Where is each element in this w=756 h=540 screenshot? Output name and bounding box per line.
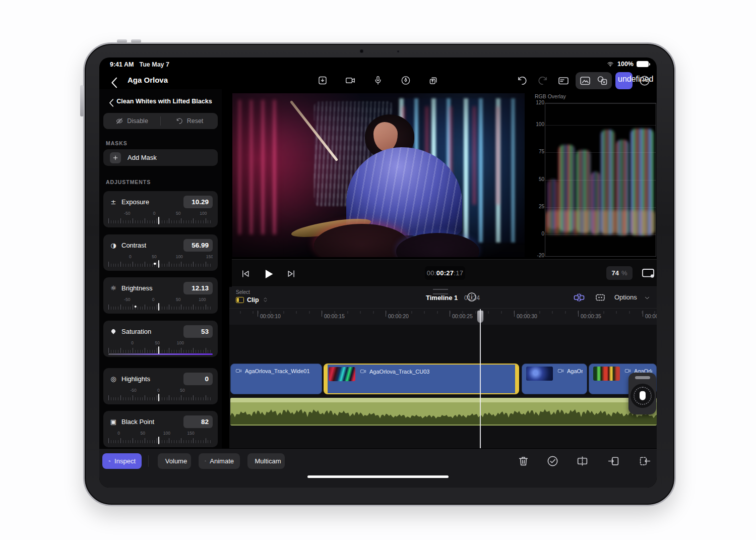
audio-track[interactable] [230,398,657,426]
playhead[interactable] [480,309,481,448]
scope-axis-label: 25 [533,204,544,209]
clip-name: AgaOrlova_Track_CU03 [369,369,429,375]
adjustment-label: Highlights [121,375,183,383]
adjustment-value[interactable]: 0 [183,373,213,385]
scale-label: 50 [180,388,184,393]
share-icon[interactable] [426,73,442,88]
split-clip-icon[interactable] [576,455,589,467]
more-icon[interactable] [636,72,653,89]
scale-label: 150 [187,431,194,436]
mic-icon[interactable] [370,73,386,88]
adjustment-slider[interactable]: -50050100 [108,296,213,312]
jog-wheel-icon[interactable]: undefined [615,72,633,89]
ruler-label: 00:00:40 [645,313,657,319]
scope-gridline [545,256,656,257]
external-display-icon[interactable] [641,266,655,280]
effects-icon[interactable] [594,72,611,89]
jog-dial[interactable] [631,384,655,408]
step-back-icon[interactable] [239,267,253,281]
timeline-header: Select Clip Timeline 1 01:24 Options [229,287,657,308]
adjustment-label: Contrast [121,242,183,249]
slider-indicator[interactable] [158,260,159,268]
info-icon[interactable] [466,291,477,303]
jog-drag-bar[interactable] [635,376,650,379]
adjustment-slider[interactable]: -50050 [108,387,213,402]
adjustment-slider[interactable]: -50050100 [108,210,213,225]
volume-up-button[interactable] [117,39,127,43]
bottom-toolbar: InspectVolumeAnimateMulticam [99,448,657,488]
origin-dot [154,263,156,265]
adjustment-card-saturation: Saturation53050100 [103,321,218,357]
ruler-tick [578,311,579,317]
scale-label: 100 [200,211,207,216]
step-forward-icon[interactable] [284,267,298,281]
volume-down-button[interactable] [131,39,141,43]
import-icon[interactable] [315,73,331,88]
adjustment-value[interactable]: 10.29 [183,196,213,208]
camera-icon[interactable] [343,73,358,88]
adjustment-value[interactable]: 56.99 [183,239,213,252]
overwrite-clip-icon[interactable] [639,455,651,467]
slider-indicator[interactable] [158,346,159,354]
clip-thumbnail [593,367,620,381]
adjustment-slider[interactable]: 050100150 [108,254,213,269]
front-camera [360,49,363,53]
status-bar: 9:41 AM Tue May 7 100% [99,57,657,71]
adjustment-value[interactable]: 82 [183,415,213,428]
adjustment-slider[interactable]: 050100 [108,340,213,355]
adjustment-slider[interactable]: 050100150 [108,430,213,445]
timecode-display[interactable]: 00:00:27:17 [425,266,465,280]
jog-wheel-widget[interactable] [628,373,656,414]
volume-button[interactable]: Volume [158,453,191,469]
slider-indicator[interactable] [158,394,159,401]
adjustments-list: ±Exposure10.29-50050100◑Contrast56.99050… [99,89,222,448]
timeline-clip[interactable]: AgaOrlova_Track_CU03 [324,364,519,394]
multicam-button[interactable]: Multicam [247,453,285,469]
slider-indicator[interactable] [158,303,159,311]
adjustment-value[interactable]: 53 [183,325,213,338]
adjustment-card-black-point: ▣Black Point82050100150 [103,411,218,447]
front-sensor [397,50,399,52]
play-button[interactable] [262,267,275,281]
timeline-clip[interactable]: AgaOrlov… [522,364,587,394]
select-mode-dropdown[interactable]: Clip [236,296,269,304]
home-indicator[interactable] [307,475,449,478]
timeline-clip[interactable]: AgaOrlova_Track_Wide01 [230,364,322,394]
inspect-icon [108,457,111,465]
adjustment-value[interactable]: 12.13 [183,282,213,294]
captions-icon[interactable] [555,72,572,89]
animate-button[interactable]: Animate [199,453,240,469]
options-button[interactable]: Options [614,293,637,301]
slider-indicator[interactable] [158,437,159,444]
video-scope: RGB Overlay 1201007550250-20 [532,93,657,259]
pencil-icon[interactable] [398,73,414,88]
adjustment-card-exposure: ±Exposure10.29-50050100 [103,191,218,227]
scope-axis-label: 0 [533,231,544,236]
timecode-segment: 00:27 [436,269,454,277]
toolbar-center-icons [315,73,442,88]
timeline-ruler[interactable]: 00:00:1000:00:1500:00:2000:00:2500:00:30… [229,308,657,325]
clip-thumbnail [329,367,355,381]
inspect-button[interactable]: Inspect [102,453,142,469]
side-button[interactable] [80,85,84,116]
ruler-label: 00:00:15 [324,313,345,319]
trash-icon[interactable] [517,455,530,467]
undo-icon[interactable] [514,72,531,89]
contrast-icon: ◑ [109,242,117,250]
connect-clip-icon[interactable] [594,291,606,304]
media-icon[interactable] [577,72,594,89]
screen: 9:41 AM Tue May 7 100% Aga Orlova undefi… [99,57,657,488]
select-label: Select [236,289,250,295]
battery-icon [637,61,649,67]
zoom-control[interactable]: 74 % [606,266,633,280]
insert-clip-icon[interactable] [607,455,620,467]
slider-indicator[interactable] [158,217,159,224]
updown-chevrons-icon [262,296,269,304]
timecode-segment: 00: [427,269,436,277]
approve-icon[interactable] [546,455,559,467]
brightness-icon: ☼ [109,284,117,292]
ruler-label: 00:00:35 [581,313,601,319]
timecode-segment: :17 [454,269,463,277]
scale-label: -50 [131,388,137,393]
skimmer-icon[interactable] [573,291,585,304]
